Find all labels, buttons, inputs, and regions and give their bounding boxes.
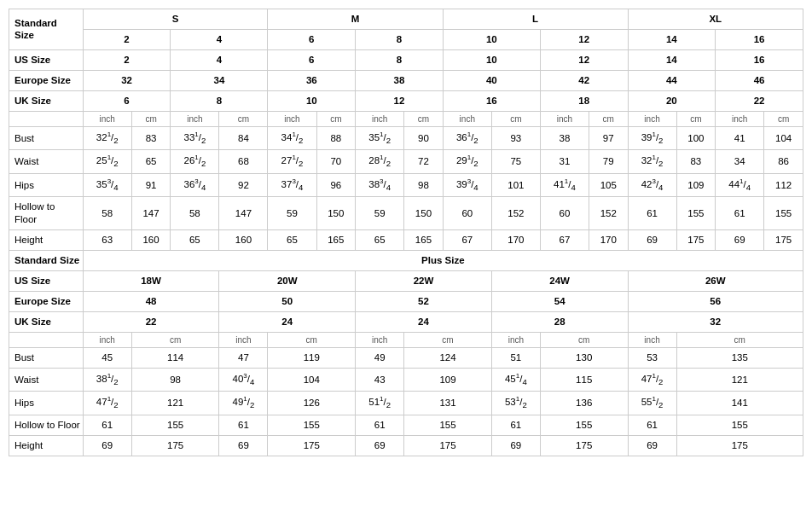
standard-size-label-2: Standard Size [9, 251, 84, 271]
h-165-cm-1: 165 [316, 230, 356, 251]
europe-size-label-plus: Europe Size [9, 292, 84, 312]
htf-150-cm-2: 150 [404, 197, 444, 230]
uk-16: 16 [443, 90, 540, 111]
us-size-6: 6 [268, 29, 356, 49]
eu-32: 32 [83, 70, 171, 90]
hips-92-cm: 92 [219, 173, 268, 197]
hips-label-plus: Hips [9, 392, 84, 415]
waist-29.5-inch: 291/2 [443, 150, 491, 174]
hips-label: Hips [9, 173, 84, 197]
waist-68-cm: 68 [219, 150, 268, 174]
waist-79-cm: 79 [589, 150, 628, 174]
p-waist-115-cm: 115 [540, 368, 628, 392]
p-waist-104-cm: 104 [268, 368, 356, 392]
waist-27.5-inch: 271/2 [268, 150, 316, 174]
htf-147-cm-1: 147 [131, 197, 171, 230]
uk-24b: 24 [356, 312, 492, 333]
waist-72-cm: 72 [404, 150, 444, 174]
p-unit-inch-1: inch [83, 332, 131, 347]
us-24w: 24W [491, 271, 628, 292]
p-unit-cm-4: cm [540, 332, 628, 347]
p-waist-45.25-inch: 451/4 [491, 368, 540, 392]
waist-26.5-inch: 261/2 [171, 150, 219, 174]
p-h-175-cm-2: 175 [268, 435, 356, 456]
p-htf-61-inch-1: 61 [83, 415, 131, 436]
uk-20: 20 [628, 90, 716, 111]
bust-label-plus: Bust [9, 347, 84, 368]
p-waist-109-cm: 109 [404, 368, 492, 392]
us-18w: 18W [83, 271, 219, 292]
p-waist-38.5-inch: 381/2 [83, 368, 131, 392]
bust-100-cm: 100 [676, 126, 716, 150]
xl-header: XL [628, 9, 803, 30]
hips-44.25-inch: 441/4 [716, 173, 764, 197]
h-175-cm-1: 175 [676, 230, 716, 251]
h-69-inch-2: 69 [716, 230, 764, 251]
unit-inch-1: inch [83, 111, 131, 126]
eu-54: 54 [491, 292, 628, 312]
unit-inch-5: inch [443, 111, 491, 126]
hips-96-cm: 96 [316, 173, 356, 197]
p-unit-inch-5: inch [628, 332, 676, 347]
hips-101-cm: 101 [491, 173, 540, 197]
unit-inch-6: inch [540, 111, 589, 126]
bust-90-cm: 90 [404, 126, 444, 150]
p-htf-61-inch-5: 61 [628, 415, 676, 436]
bust-32.5-inch: 321/2 [83, 126, 131, 150]
htf-60-inch-1: 60 [443, 197, 491, 230]
waist-label-plus: Waist [9, 368, 84, 392]
waist-25.5-inch: 251/2 [83, 150, 131, 174]
us-size-8: 8 [356, 29, 444, 49]
us-val-10: 10 [443, 49, 540, 70]
size-chart: StandardSize S M L XL 2 4 6 8 10 12 14 1… [9, 9, 803, 456]
p-hips-141-cm: 141 [676, 392, 803, 415]
p-bust-51-inch: 51 [491, 347, 540, 368]
eu-40: 40 [443, 70, 540, 90]
waist-65-cm: 65 [131, 150, 171, 174]
us-val-12: 12 [540, 49, 628, 70]
bust-34.5-inch: 341/2 [268, 126, 316, 150]
p-waist-43-inch: 43 [356, 368, 404, 392]
us-size-12: 12 [540, 29, 628, 49]
p-htf-155-cm-1: 155 [131, 415, 219, 436]
hollow-floor-label-plus: Hollow to Floor [9, 415, 84, 436]
p-h-175-cm-3: 175 [404, 435, 492, 456]
eu-50: 50 [219, 292, 356, 312]
unit-cm-6: cm [589, 111, 628, 126]
hips-39.75-inch: 393/4 [443, 173, 491, 197]
p-waist-121-cm: 121 [676, 368, 803, 392]
us-20w: 20W [219, 271, 356, 292]
eu-46: 46 [716, 70, 803, 90]
eu-34: 34 [171, 70, 268, 90]
htf-59-inch-2: 59 [356, 197, 404, 230]
bust-41-inch: 41 [716, 126, 764, 150]
uk-6: 6 [83, 90, 171, 111]
uk-12: 12 [356, 90, 444, 111]
hips-38.75-inch: 383/4 [356, 173, 404, 197]
uk-24: 24 [219, 312, 356, 333]
p-waist-98-cm: 98 [131, 368, 219, 392]
us-size-label-plus: US Size [9, 271, 84, 292]
us-val-4: 4 [171, 49, 268, 70]
bust-104-cm: 104 [764, 126, 803, 150]
p-htf-155-cm-5: 155 [676, 415, 803, 436]
unit-cm-1: cm [131, 111, 171, 126]
us-size-14: 14 [628, 29, 716, 49]
bust-35.5-inch: 351/2 [356, 126, 404, 150]
p-unit-inch-4: inch [491, 332, 540, 347]
p-hips-55.5-inch: 551/2 [628, 392, 676, 415]
p-bust-135-cm: 135 [676, 347, 803, 368]
htf-60-inch-2: 60 [540, 197, 589, 230]
p-bust-49-inch: 49 [356, 347, 404, 368]
h-67-inch-2: 67 [540, 230, 589, 251]
htf-61-inch-1: 61 [628, 197, 676, 230]
h-170-cm-2: 170 [589, 230, 628, 251]
uk-size-label: UK Size [9, 90, 84, 111]
us-22w: 22W [356, 271, 492, 292]
unit-cm-8: cm [764, 111, 803, 126]
size-table: StandardSize S M L XL 2 4 6 8 10 12 14 1… [9, 9, 803, 456]
h-69-inch-1: 69 [628, 230, 676, 251]
h-67-inch-1: 67 [443, 230, 491, 251]
htf-155-cm-1: 155 [676, 197, 716, 230]
p-h-69-inch-3: 69 [356, 435, 404, 456]
